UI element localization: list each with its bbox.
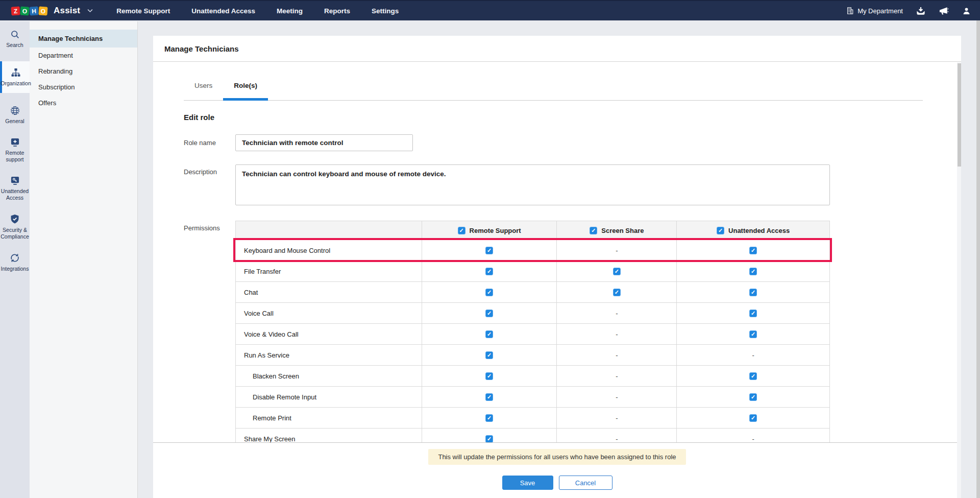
icon-sidebar: SearchOrganizationGeneralRemote supportU… (0, 21, 30, 498)
sidebar-item-remote-support[interactable]: Remote support (0, 137, 30, 163)
sidebar-item-label: Search (6, 42, 23, 49)
search-icon (10, 30, 20, 39)
permission-cell: ✓ (422, 387, 557, 408)
permission-cell: ✓ (422, 429, 557, 443)
permission-cell: ✓ (557, 282, 677, 303)
permission-not-applicable-dash: - (616, 330, 618, 338)
active-tab-underline (223, 98, 268, 101)
permission-row-run-as-service: Run As Service✓-- (235, 345, 830, 366)
permission-row-share-my-screen: Share My Screen✓-- (235, 429, 830, 443)
permission-name-column-header (236, 221, 422, 240)
remote-support-icon (10, 137, 20, 147)
permission-checkbox-checked-icon[interactable]: ✓ (485, 393, 493, 401)
column-header-label: Unattended Access (728, 227, 790, 234)
permission-label: Blacken Screen (236, 366, 422, 387)
permission-cell: ✓ (422, 324, 557, 345)
permission-cell: ✓ (422, 261, 557, 282)
topbar-right-section: My Department (846, 6, 980, 15)
menu-item-department[interactable]: Department (30, 48, 137, 63)
tab-label: Role(s) (234, 82, 257, 89)
permission-cell: - (557, 408, 677, 429)
permission-checkbox-checked-icon[interactable]: ✓ (485, 351, 493, 359)
sidebar-item-integrations[interactable]: Integrations (0, 253, 30, 272)
permission-checkbox-checked-icon[interactable]: ✓ (613, 289, 621, 296)
building-icon (846, 7, 854, 15)
cancel-button[interactable]: Cancel (559, 476, 612, 490)
department-selector[interactable]: My Department (846, 7, 903, 15)
permission-checkbox-checked-icon[interactable]: ✓ (485, 372, 493, 380)
permission-row-keyboard-and-mouse-control: Keyboard and Mouse Control✓-✓ (235, 240, 830, 261)
menu-item-manage-technicians[interactable]: Manage Technicians (30, 30, 137, 48)
unattended-access-icon (10, 176, 20, 185)
integrations-icon (10, 253, 20, 263)
announcement-icon[interactable] (939, 6, 949, 15)
user-profile-icon[interactable] (962, 7, 971, 15)
top-navigation-bar: ZOHO Assist Remote SupportUnattended Acc… (0, 0, 980, 20)
permission-checkbox-checked-icon[interactable]: ✓ (749, 268, 757, 275)
sidebar-item-security-compliance[interactable]: Security & Compliance (0, 214, 30, 240)
column-header-label: Remote Support (470, 227, 521, 234)
nav-item-meeting[interactable]: Meeting (277, 7, 303, 15)
permission-cell: ✓ (557, 261, 677, 282)
permission-checkbox-checked-icon[interactable]: ✓ (749, 372, 757, 380)
zoho-assist-logo[interactable]: ZOHO Assist (0, 6, 93, 16)
permission-checkbox-checked-icon[interactable]: ✓ (485, 268, 493, 275)
permission-checkbox-checked-icon[interactable]: ✓ (485, 435, 493, 443)
zoho-logo-tile: Z (11, 6, 20, 15)
description-textarea[interactable]: Technician can control keyboard and mous… (235, 164, 830, 205)
sidebar-item-unattended-access[interactable]: Unattended Access (0, 176, 30, 201)
permission-checkbox-checked-icon[interactable]: ✓ (485, 247, 493, 254)
permission-checkbox-checked-icon[interactable]: ✓ (485, 310, 493, 317)
permission-checkbox-checked-icon[interactable]: ✓ (485, 330, 493, 338)
chevron-down-icon[interactable] (87, 9, 93, 13)
menu-item-offers[interactable]: Offers (30, 95, 137, 111)
permission-checkbox-checked-icon[interactable]: ✓ (613, 268, 621, 275)
permission-cell: ✓ (422, 240, 557, 261)
permission-checkbox-checked-icon[interactable]: ✓ (749, 414, 757, 422)
permission-cell: - (557, 324, 677, 345)
sidebar-item-search[interactable]: Search (0, 30, 30, 49)
nav-item-reports[interactable]: Reports (324, 7, 350, 15)
tab-role-s[interactable]: Role(s) (223, 71, 268, 100)
tab-users[interactable]: Users (184, 71, 223, 100)
permission-label: Disable Remote Input (236, 387, 422, 408)
page-scrollbar[interactable] (976, 20, 980, 498)
nav-item-settings[interactable]: Settings (372, 7, 399, 15)
menu-item-rebranding[interactable]: Rebranding (30, 63, 137, 79)
zoho-logo-tile: O (38, 6, 47, 15)
menu-item-subscription[interactable]: Subscription (30, 79, 137, 95)
permission-row-blacken-screen: Blacken Screen✓-✓ (235, 366, 830, 387)
page-title: Manage Technicians (164, 44, 239, 53)
permission-checkbox-checked-icon[interactable]: ✓ (749, 393, 757, 401)
permission-checkbox-checked-icon[interactable]: ✓ (749, 310, 757, 317)
column-checkbox-checked-icon[interactable]: ✓ (717, 227, 724, 234)
security-icon (10, 214, 19, 224)
permission-label: Chat (236, 282, 422, 303)
sidebar-item-general[interactable]: General (0, 106, 30, 125)
nav-item-remote-support[interactable]: Remote Support (116, 7, 170, 15)
role-name-input[interactable] (235, 134, 413, 151)
permission-checkbox-checked-icon[interactable]: ✓ (749, 247, 757, 254)
permission-cell: ✓ (422, 408, 557, 429)
permission-checkbox-checked-icon[interactable]: ✓ (749, 289, 757, 296)
sidebar-item-organization[interactable]: Organization (0, 61, 30, 93)
permission-cell: - (557, 345, 677, 366)
column-checkbox-checked-icon[interactable]: ✓ (458, 227, 465, 234)
permission-checkbox-checked-icon[interactable]: ✓ (485, 414, 493, 422)
permission-cell: - (557, 387, 677, 408)
column-checkbox-checked-icon[interactable]: ✓ (590, 227, 597, 234)
permission-not-applicable-dash: - (616, 310, 618, 317)
permission-checkbox-checked-icon[interactable]: ✓ (485, 289, 493, 296)
inner-scrollbar-thumb[interactable] (958, 63, 961, 167)
tab-bar: UsersRole(s) (184, 71, 923, 101)
sidebar-item-label: Integrations (1, 266, 29, 272)
save-button[interactable]: Save (502, 476, 553, 490)
column-header-unattended-access: ✓Unattended Access (677, 221, 830, 240)
nav-item-unattended-access[interactable]: Unattended Access (191, 7, 255, 15)
sidebar-item-label: Unattended Access (1, 188, 29, 201)
role-name-row: Role name (184, 134, 923, 151)
permission-checkbox-checked-icon[interactable]: ✓ (749, 330, 757, 338)
download-icon[interactable] (916, 7, 925, 15)
permission-label: Voice Call (236, 303, 422, 324)
permission-label: File Transfer (236, 261, 422, 282)
